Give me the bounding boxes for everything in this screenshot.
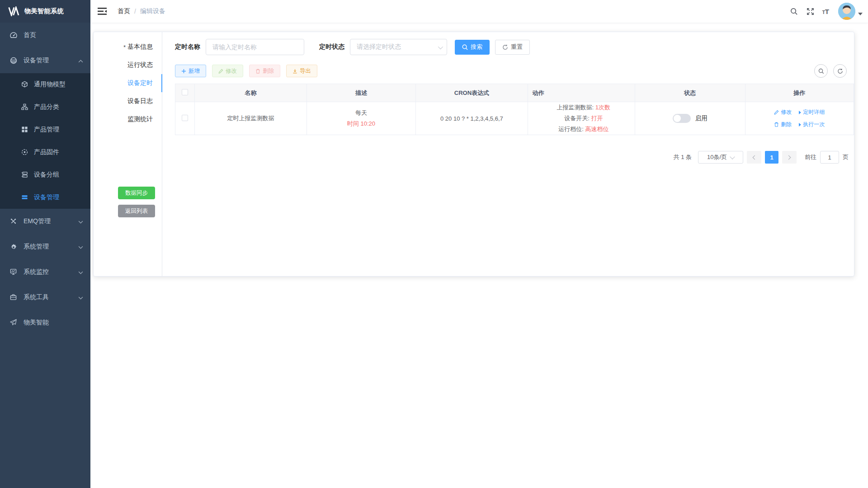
timer-detail-link[interactable]: 定时详细 (799, 108, 825, 116)
chevron-down-icon (78, 268, 83, 276)
caret-down-icon (858, 13, 863, 15)
chevron-left-icon (753, 155, 757, 160)
col-header-action: 动作 (528, 84, 635, 102)
show-search-button[interactable] (814, 64, 828, 78)
sidebar-item-product-firmware[interactable]: 产品固件 (0, 141, 90, 164)
sidebar-item-system-mgmt[interactable]: 系统管理 (0, 234, 90, 259)
select-placeholder: 请选择定时状态 (357, 43, 401, 51)
sidebar-item-emq-mgmt[interactable]: EMQ管理 (0, 209, 90, 234)
sidebar-item-label: 产品分类 (34, 103, 83, 111)
page-size-select[interactable]: 10条/页 (698, 151, 743, 164)
select-all-checkbox[interactable] (182, 89, 188, 95)
sidebar-item-device-mgmt[interactable]: 设备管理 (0, 48, 90, 73)
next-page-button[interactable] (782, 151, 797, 164)
tab-basic-info[interactable]: * 基本信息 (94, 38, 162, 56)
plus-icon (181, 69, 186, 74)
action-line: 运行档位: 高速档位 (533, 124, 635, 135)
tab-label: 运行状态 (127, 61, 153, 69)
cell-cron: 0 20 10 ? * 1,2,3,4,5,6,7 (416, 102, 528, 135)
search-icon (462, 44, 468, 50)
table-header-row: 名称 描述 CRON表达式 动作 状态 操作 (175, 84, 854, 102)
action-line: 设备开关: 打开 (533, 113, 635, 124)
data-sync-button[interactable]: 数据同步 (118, 187, 155, 199)
export-button[interactable]: 导出 (286, 65, 317, 77)
tab-label: 基本信息 (127, 43, 153, 51)
sidebar-item-device-group[interactable]: 设备分组 (0, 164, 90, 186)
sidebar-toggle-icon[interactable] (98, 7, 107, 15)
tab-label: 设备日志 (127, 97, 153, 105)
sidebar-item-thing-model[interactable]: 通用物模型 (0, 73, 90, 96)
row-checkbox[interactable] (182, 115, 188, 121)
delete-button[interactable]: 删除 (249, 65, 280, 77)
desc-frequency: 每天 (307, 109, 415, 117)
chevron-down-icon (78, 294, 83, 301)
sidebar-item-product-category[interactable]: 产品分类 (0, 96, 90, 118)
timer-name-input[interactable] (206, 39, 304, 55)
device-sphere-icon (10, 57, 17, 64)
col-header-cron: CRON表达式 (416, 84, 528, 102)
topbar: 首页 / 编辑设备 TT (90, 0, 868, 23)
back-to-list-button[interactable]: 返回列表 (118, 205, 155, 217)
device-mgmt-submenu: 通用物模型 产品分类 产品管理 产品固件 (0, 73, 90, 209)
cell-actions: 上报监测数据: 1次数 设备开关: 打开 运行档位: (528, 102, 635, 135)
search-form: 定时名称 定时状态 请选择定时状态 搜索 (175, 39, 854, 55)
current-page[interactable]: 1 (765, 151, 778, 164)
sidebar-item-label: 系统监控 (24, 268, 78, 276)
toolbox-icon (10, 294, 17, 301)
avatar[interactable] (838, 3, 855, 20)
breadcrumb-home[interactable]: 首页 (118, 7, 130, 15)
prev-page-button[interactable] (747, 151, 761, 164)
col-header-operation: 操作 (745, 84, 854, 102)
breadcrumb-separator: / (134, 8, 136, 15)
brand-logo-icon (8, 6, 20, 16)
chevron-down-icon (78, 243, 83, 250)
edit-link[interactable]: 修改 (774, 108, 792, 116)
run-once-link[interactable]: 执行一次 (799, 121, 825, 128)
tab-device-log[interactable]: 设备日志 (94, 92, 162, 110)
sidebar-item-label: 首页 (24, 31, 83, 39)
tab-running-status[interactable]: 运行状态 (94, 56, 162, 74)
search-button[interactable]: 搜索 (455, 40, 490, 55)
sidebar-item-system-tools[interactable]: 系统工具 (0, 285, 90, 310)
font-size-icon[interactable]: TT (822, 8, 829, 15)
tab-monitor-stats[interactable]: 监测统计 (94, 110, 162, 128)
refresh-icon (502, 44, 508, 50)
sidebar-item-home[interactable]: 首页 (0, 23, 90, 48)
add-button[interactable]: 新增 (175, 65, 206, 77)
goto-page-input[interactable] (820, 151, 839, 164)
user-menu[interactable] (838, 3, 863, 20)
timer-name-label: 定时名称 (175, 43, 200, 51)
delete-link[interactable]: 删除 (774, 121, 792, 128)
cell-desc: 每天 时间 10:20 (307, 102, 415, 135)
edit-button[interactable]: 修改 (212, 65, 243, 77)
search-icon (818, 68, 824, 74)
trash-icon (774, 122, 779, 127)
sidebar-item-system-monitor[interactable]: 系统监控 (0, 259, 90, 285)
sidebar-item-wumei-smart[interactable]: 物美智能 (0, 310, 90, 335)
reset-button[interactable]: 重置 (495, 40, 530, 55)
server-stack-icon (21, 171, 28, 178)
tab-device-timer[interactable]: 设备定时 (94, 74, 162, 92)
sidebar-item-product-mgmt[interactable]: 产品管理 (0, 118, 90, 141)
sidebar-item-label: 系统管理 (24, 243, 78, 251)
timer-status-select[interactable]: 请选择定时状态 (350, 39, 447, 55)
status-switch[interactable] (673, 114, 691, 123)
main-area: 首页 / 编辑设备 TT (90, 0, 868, 488)
sidebar-item-device-mgmt-sub[interactable]: 设备管理 (0, 186, 90, 209)
pen-icon (218, 69, 223, 74)
col-header-name: 名称 (195, 84, 307, 102)
refresh-button[interactable] (833, 64, 847, 78)
gear-icon (10, 243, 17, 250)
sidebar-item-label: 设备管理 (24, 56, 78, 65)
timer-status-label: 定时状态 (319, 43, 344, 51)
app-root: 物美智能系统 首页 设备管理 通用物模型 (0, 0, 868, 488)
refresh-icon (837, 68, 843, 74)
cell-name: 定时上报监测数据 (195, 102, 307, 135)
chevron-right-icon (787, 155, 791, 160)
chevron-down-icon (78, 218, 83, 225)
breadcrumb-current: 编辑设备 (140, 7, 165, 15)
fullscreen-icon[interactable] (806, 7, 815, 16)
target-icon (21, 149, 28, 156)
search-icon[interactable] (790, 7, 799, 16)
device-detail-tabs: * 基本信息 运行状态 设备定时 设备日志 监测统计 (94, 32, 162, 276)
